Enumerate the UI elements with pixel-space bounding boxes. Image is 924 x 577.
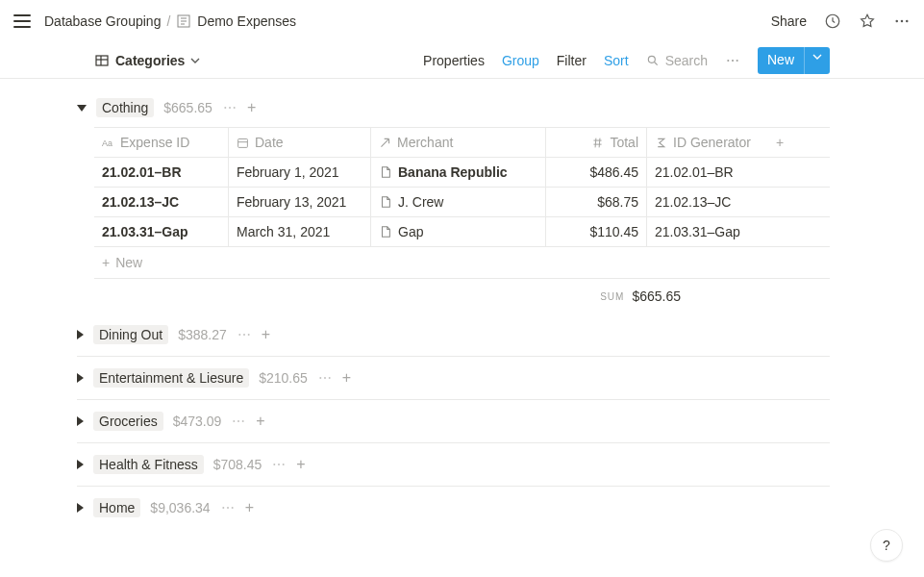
clock-icon[interactable] — [824, 13, 841, 30]
sum-label: Sum — [600, 288, 624, 304]
svg-point-15 — [737, 59, 738, 61]
group-add-icon[interactable]: + — [342, 369, 351, 387]
table-header: Aa Expense ID Date Merchant Total ID Gen… — [94, 127, 830, 158]
new-button-chevron[interactable] — [804, 47, 830, 74]
title-icon: Aa — [102, 137, 114, 149]
help-icon: ? — [883, 538, 890, 553]
col-id-generator[interactable]: ID Generator — [647, 128, 762, 157]
table-row[interactable]: 21.02.13–JC February 13, 2021 J. Crew $6… — [94, 188, 830, 217]
svg-text:Aa: Aa — [102, 138, 112, 147]
group-total: $473.09 — [173, 414, 222, 429]
table-row[interactable]: 21.03.31–Gap March 31, 2021 Gap $110.45 … — [94, 217, 830, 247]
svg-point-40 — [231, 507, 233, 509]
disclosure-closed-icon[interactable] — [77, 330, 84, 339]
new-button[interactable]: New — [758, 47, 830, 74]
svg-line-25 — [600, 138, 601, 147]
group-name-chip[interactable]: Cothing — [96, 98, 154, 117]
table-icon — [94, 53, 110, 68]
group-name-chip[interactable]: Dining Out — [93, 325, 168, 344]
group-name-chip[interactable]: Health & Fitness — [93, 455, 204, 474]
cell-id-generator[interactable]: 21.02.01–BR — [647, 158, 762, 187]
page-icon — [379, 165, 392, 179]
col-date[interactable]: Date — [229, 128, 371, 157]
svg-point-33 — [237, 420, 239, 422]
group-button[interactable]: Group — [502, 53, 539, 68]
cell-merchant[interactable]: J. Crew — [371, 188, 546, 216]
star-icon[interactable] — [859, 13, 876, 30]
svg-point-38 — [222, 507, 224, 509]
group-more-icon[interactable] — [317, 370, 333, 386]
filter-button[interactable]: Filter — [557, 53, 587, 68]
sort-button[interactable]: Sort — [604, 53, 629, 68]
svg-point-32 — [234, 420, 236, 422]
help-button[interactable]: ? — [870, 529, 903, 562]
table-row[interactable]: 21.02.01–BR February 1, 2021 Banana Repu… — [94, 158, 830, 188]
cell-total[interactable]: $486.45 — [546, 158, 647, 187]
svg-point-26 — [238, 334, 240, 336]
view-selector[interactable]: Categories — [94, 53, 200, 68]
group-add-icon[interactable]: + — [256, 413, 264, 430]
svg-point-16 — [224, 107, 226, 109]
cell-merchant[interactable]: Gap — [371, 217, 546, 246]
svg-point-29 — [319, 377, 321, 379]
group-more-icon[interactable] — [220, 500, 236, 515]
breadcrumb-current[interactable]: Demo Expenses — [176, 13, 296, 29]
plus-icon: + — [102, 255, 110, 270]
cell-date[interactable]: February 13, 2021 — [229, 188, 371, 216]
group-name-chip[interactable]: Groceries — [93, 412, 163, 431]
page-icon — [379, 225, 392, 238]
group-name-chip[interactable]: Entertainment & Liesure — [93, 368, 249, 388]
group-add-icon[interactable]: + — [262, 326, 270, 343]
cell-merchant[interactable]: Banana Republic — [371, 158, 546, 187]
disclosure-closed-icon[interactable] — [77, 416, 84, 426]
view-more-icon[interactable] — [725, 53, 740, 68]
group-total: $388.27 — [178, 327, 227, 342]
group-header-collapsed: Home $9,036.34 + — [77, 486, 830, 529]
col-merchant[interactable]: Merchant — [371, 128, 546, 157]
group-more-icon[interactable] — [231, 414, 246, 429]
group-add-icon[interactable]: + — [245, 499, 254, 516]
share-button[interactable]: Share — [771, 13, 807, 29]
group-header-collapsed: Entertainment & Liesure $210.65 + — [77, 356, 830, 399]
group-add-icon[interactable]: + — [247, 99, 256, 116]
svg-rect-20 — [238, 138, 248, 147]
add-column-icon[interactable]: + — [762, 128, 797, 157]
sum-value: $665.65 — [632, 288, 681, 304]
group-header-collapsed: Health & Fitness $708.45 + — [77, 442, 830, 486]
group-more-icon[interactable] — [222, 100, 237, 115]
col-total[interactable]: Total — [546, 128, 647, 157]
properties-button[interactable]: Properties — [423, 53, 485, 68]
group-add-icon[interactable]: + — [296, 456, 305, 473]
cell-expense-id[interactable]: 21.03.31–Gap — [94, 217, 229, 246]
new-row-button[interactable]: + New — [94, 247, 830, 279]
svg-point-6 — [901, 20, 904, 23]
group-more-icon[interactable] — [271, 457, 287, 472]
cell-id-generator[interactable]: 21.03.31–Gap — [647, 217, 762, 246]
group-more-icon[interactable] — [237, 327, 252, 342]
svg-point-28 — [247, 334, 249, 336]
cell-date[interactable]: February 1, 2021 — [229, 158, 371, 187]
disclosure-closed-icon[interactable] — [77, 373, 84, 383]
cell-date[interactable]: March 31, 2021 — [229, 217, 371, 246]
group-header-collapsed: Groceries $473.09 + — [77, 399, 830, 442]
cell-id-generator[interactable]: 21.02.13–JC — [647, 188, 762, 216]
col-expense-id[interactable]: Aa Expense ID — [94, 128, 229, 157]
cell-expense-id[interactable]: 21.02.13–JC — [94, 188, 229, 216]
disclosure-closed-icon[interactable] — [77, 503, 84, 513]
breadcrumb-parent[interactable]: Database Grouping — [44, 13, 161, 29]
disclosure-closed-icon[interactable] — [77, 460, 84, 469]
cell-total[interactable]: $68.75 — [546, 188, 647, 216]
breadcrumb-separator: / — [166, 13, 170, 29]
breadcrumb: Database Grouping / Demo Expenses — [44, 13, 296, 29]
search-label: Search — [665, 53, 708, 68]
more-icon[interactable] — [893, 13, 911, 30]
menu-toggle[interactable] — [13, 14, 31, 28]
cell-total[interactable]: $110.45 — [546, 217, 647, 246]
search-button[interactable]: Search — [646, 53, 708, 68]
svg-point-37 — [283, 464, 285, 465]
group-name-chip[interactable]: Home — [93, 498, 140, 517]
svg-line-12 — [654, 62, 657, 64]
svg-point-27 — [243, 334, 245, 336]
cell-expense-id[interactable]: 21.02.01–BR — [94, 158, 229, 187]
disclosure-open-icon[interactable] — [77, 105, 87, 112]
